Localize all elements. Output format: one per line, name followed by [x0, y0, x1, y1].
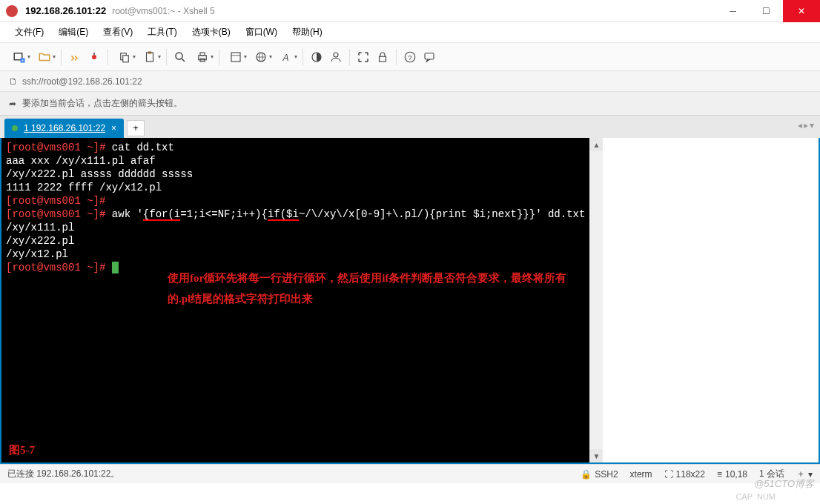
search-button[interactable] [171, 48, 189, 66]
app-icon [6, 5, 18, 17]
titlebar: 192.168.26.101:22 root@vms001:~ - Xshell… [0, 0, 820, 22]
watermark: @51CTO博客 [754, 477, 814, 491]
fullscreen-button[interactable] [354, 48, 372, 66]
lock-button[interactable] [374, 48, 391, 66]
separator [302, 49, 303, 65]
output-line: /xy/x222.pl assss dddddd sssss [6, 168, 585, 181]
lock-icon: 🔒 [581, 469, 592, 480]
hintbar: ➦ 要添加当前会话，点击左侧的箭头按钮。 [0, 92, 820, 116]
command: ~/\/xy\/x[0-9]+\.pl/){print $i;next}}}' … [299, 208, 585, 220]
scroll-track[interactable] [589, 151, 603, 449]
svg-point-21 [334, 53, 338, 57]
prompt: [root@vms001 ~]# [6, 262, 105, 273]
command: =1;i<=NF;i++){ [180, 208, 268, 220]
user-button[interactable] [327, 48, 345, 66]
figure-label: 图5-7 [9, 443, 35, 457]
color-button[interactable] [308, 48, 325, 66]
menu-file[interactable]: 文件(F) [9, 23, 50, 42]
window-controls: ─ ☐ ✕ [716, 0, 820, 22]
separator [219, 49, 219, 65]
paste-button[interactable] [138, 48, 162, 66]
separator [61, 49, 62, 65]
svg-rect-8 [148, 51, 152, 53]
output-line: /xy/x12.pl [6, 248, 585, 261]
svg-rect-14 [231, 53, 240, 62]
menu-edit[interactable]: 编辑(E) [53, 23, 94, 42]
svg-point-9 [176, 53, 182, 59]
tab-next-icon[interactable]: ▸ [804, 120, 808, 130]
svg-rect-7 [147, 53, 153, 62]
session-tab[interactable]: 1 192.168.26.101:22 × [4, 119, 124, 138]
new-session-button[interactable]: + [7, 48, 31, 66]
window-title-main: 192.168.26.101:22 [25, 5, 106, 16]
status-term: xterm [630, 469, 652, 480]
tab-label: 1 192.168.26.101:22 [24, 123, 105, 133]
menu-view[interactable]: 查看(V) [97, 23, 139, 42]
svg-rect-4 [93, 53, 95, 55]
help-button[interactable]: ? [401, 48, 419, 66]
prompt: [root@vms001 ~]# [6, 142, 105, 153]
address-url[interactable]: ssh://root@192.168.26.101:22 [22, 76, 142, 87]
tab-list-icon[interactable]: ▾ [810, 120, 814, 130]
status-size: ⛶ 118x22 [664, 469, 705, 480]
menu-help[interactable]: 帮助(H) [286, 23, 328, 42]
terminal-wrap: [root@vms001 ~]# cat dd.txt aaa xxx /xy/… [0, 138, 820, 464]
connect-button[interactable] [66, 48, 84, 66]
menu-tabs[interactable]: 选项卡(B) [186, 23, 237, 42]
annotation-text: 使用for循环先将每一行进行循环，然后使用if条件判断是否符合要求，最终将所有 … [168, 268, 566, 309]
status-protocol: 🔒SSH2 [581, 469, 618, 480]
terminal-content: [root@vms001 ~]# cat dd.txt aaa xxx /xy/… [6, 141, 585, 274]
addressbar: 🗋 ssh://root@192.168.26.101:22 [0, 71, 820, 92]
tab-prev-icon[interactable]: ◂ [798, 120, 802, 130]
maximize-button[interactable]: ☐ [750, 0, 783, 22]
properties-button[interactable] [224, 48, 248, 66]
separator [396, 49, 397, 65]
vertical-scrollbar[interactable]: ▲ ▼ [589, 138, 603, 462]
tab-add-button[interactable]: + [127, 120, 145, 136]
svg-text:+: + [22, 58, 24, 62]
web-button[interactable] [249, 48, 273, 66]
output-line: /xy/x222.pl [6, 234, 585, 248]
menu-window[interactable]: 窗口(W) [239, 23, 283, 42]
lock-icon: 🗋 [9, 76, 18, 87]
copy-button[interactable] [113, 48, 136, 66]
tab-nav: ◂ ▸ ▾ [798, 120, 814, 130]
svg-rect-22 [380, 56, 386, 62]
font-button[interactable]: A [274, 48, 298, 66]
svg-text:A: A [282, 52, 289, 62]
disconnect-button[interactable] [85, 48, 103, 66]
hint-text: 要添加当前会话，点击左侧的箭头按钮。 [22, 97, 182, 110]
command: cat dd.txt [105, 142, 173, 153]
separator [108, 49, 108, 65]
toolbar: + A ? [0, 43, 820, 71]
prompt: [root@vms001 ~]# [6, 208, 105, 220]
underline-for: {for(i [143, 208, 180, 221]
svg-line-10 [182, 59, 185, 62]
status-connected: 已连接 192.168.26.101:22。 [7, 468, 581, 480]
statusbar: 已连接 192.168.26.101:22。 🔒SSH2 xterm ⛶ 118… [0, 464, 820, 483]
terminal[interactable]: [root@vms001 ~]# cat dd.txt aaa xxx /xy/… [1, 138, 589, 462]
svg-rect-12 [200, 53, 205, 56]
tab-close-icon[interactable]: × [111, 123, 116, 133]
menubar: 文件(F) 编辑(E) 查看(V) 工具(T) 选项卡(B) 窗口(W) 帮助(… [0, 22, 820, 43]
tabbar: 1 192.168.26.101:22 × + ◂ ▸ ▾ [0, 116, 820, 138]
separator [349, 49, 350, 65]
command: awk ' [105, 208, 142, 220]
underline-if: if($i [268, 208, 299, 221]
minimize-button[interactable]: ─ [716, 0, 750, 22]
output-line: /xy/x111.pl [6, 221, 585, 234]
scroll-up-icon[interactable]: ▲ [589, 138, 603, 151]
svg-rect-25 [425, 53, 434, 59]
svg-text:?: ? [408, 53, 412, 61]
print-button[interactable] [191, 48, 214, 66]
chat-button[interactable] [420, 48, 438, 66]
menu-tools[interactable]: 工具(T) [142, 23, 182, 42]
open-button[interactable] [33, 48, 56, 66]
svg-point-3 [92, 55, 96, 59]
cursor [112, 262, 119, 273]
scroll-down-icon[interactable]: ▼ [589, 449, 603, 462]
output-line: 1111 2222 ffff /xy/x12.pl [6, 181, 585, 194]
cap-num-overlay: CAP NUM [735, 492, 776, 501]
close-button[interactable]: ✕ [783, 0, 820, 22]
hint-arrow-icon[interactable]: ➦ [9, 99, 16, 109]
